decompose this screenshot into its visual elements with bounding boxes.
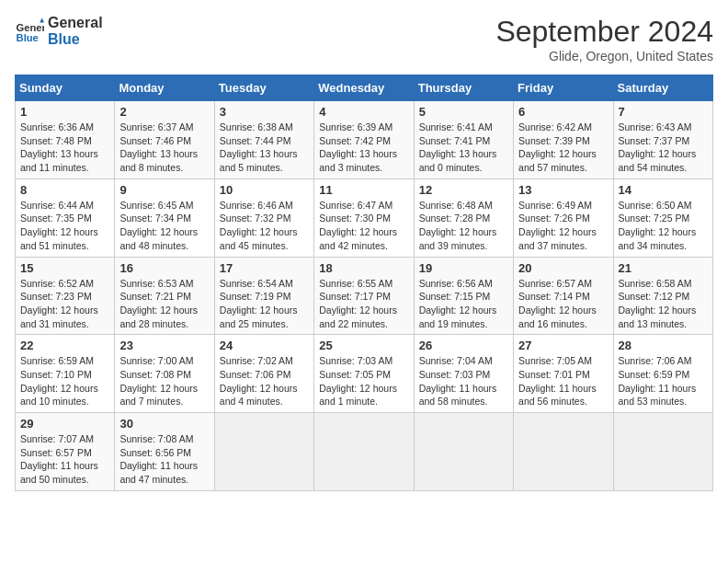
week-row: 8Sunrise: 6:44 AMSunset: 7:35 PMDaylight… (16, 178, 713, 257)
day-number: 27 (518, 339, 608, 352)
calendar-cell: 22Sunrise: 6:59 AMSunset: 7:10 PMDayligh… (16, 335, 115, 413)
logo-icon: General Blue (15, 17, 44, 46)
calendar-cell (613, 413, 712, 491)
day-number: 6 (518, 105, 608, 119)
calendar-cell: 11Sunrise: 6:47 AMSunset: 7:30 PMDayligh… (314, 178, 414, 257)
day-info: Sunrise: 6:48 AMSunset: 7:28 PMDaylight:… (419, 199, 508, 253)
day-info: Sunrise: 7:03 AMSunset: 7:05 PMDaylight:… (319, 354, 408, 408)
logo-general: General (48, 15, 103, 31)
day-info: Sunrise: 6:45 AMSunset: 7:34 PMDaylight:… (119, 199, 209, 253)
day-info: Sunrise: 7:08 AMSunset: 6:56 PMDaylight:… (119, 432, 209, 487)
day-info: Sunrise: 6:53 AMSunset: 7:21 PMDaylight:… (119, 277, 209, 331)
week-row: 1Sunrise: 6:36 AMSunset: 7:48 PMDaylight… (16, 101, 713, 179)
day-number: 11 (319, 183, 408, 197)
header-wednesday: Wednesday (314, 75, 414, 101)
day-number: 26 (419, 339, 508, 352)
calendar-cell: 13Sunrise: 6:49 AMSunset: 7:26 PMDayligh… (514, 178, 613, 257)
calendar-cell: 28Sunrise: 7:06 AMSunset: 6:59 PMDayligh… (613, 335, 712, 413)
day-number: 8 (20, 183, 109, 197)
day-number: 2 (119, 105, 209, 119)
day-info: Sunrise: 6:49 AMSunset: 7:26 PMDaylight:… (518, 199, 608, 253)
day-number: 9 (119, 183, 209, 197)
location: Glide, Oregon, United States (495, 49, 713, 63)
calendar-cell: 3Sunrise: 6:38 AMSunset: 7:44 PMDaylight… (214, 101, 313, 179)
day-number: 7 (619, 105, 708, 119)
day-info: Sunrise: 6:52 AMSunset: 7:23 PMDaylight:… (20, 277, 109, 331)
day-info: Sunrise: 7:05 AMSunset: 7:01 PMDaylight:… (518, 354, 608, 408)
day-number: 20 (518, 261, 608, 275)
header-tuesday: Tuesday (214, 75, 313, 101)
day-number: 28 (619, 339, 708, 352)
day-info: Sunrise: 7:02 AMSunset: 7:06 PMDaylight:… (220, 354, 309, 408)
header-thursday: Thursday (414, 75, 513, 101)
calendar-cell: 24Sunrise: 7:02 AMSunset: 7:06 PMDayligh… (214, 335, 313, 413)
day-number: 29 (20, 417, 109, 431)
day-number: 15 (20, 261, 109, 275)
calendar-cell: 17Sunrise: 6:54 AMSunset: 7:19 PMDayligh… (214, 257, 313, 335)
day-info: Sunrise: 6:55 AMSunset: 7:17 PMDaylight:… (319, 277, 408, 331)
calendar-cell: 21Sunrise: 6:58 AMSunset: 7:12 PMDayligh… (613, 257, 712, 335)
calendar-cell: 5Sunrise: 6:41 AMSunset: 7:41 PMDaylight… (414, 101, 513, 179)
svg-text:General: General (17, 22, 44, 33)
day-info: Sunrise: 6:46 AMSunset: 7:32 PMDaylight:… (220, 199, 309, 253)
logo-blue: Blue (48, 31, 103, 48)
calendar-cell: 6Sunrise: 6:42 AMSunset: 7:39 PMDaylight… (514, 101, 613, 179)
calendar-cell: 23Sunrise: 7:00 AMSunset: 7:08 PMDayligh… (115, 335, 214, 413)
day-info: Sunrise: 6:58 AMSunset: 7:12 PMDaylight:… (619, 277, 708, 331)
day-info: Sunrise: 6:36 AMSunset: 7:48 PMDaylight:… (20, 121, 109, 175)
calendar-cell: 4Sunrise: 6:39 AMSunset: 7:42 PMDaylight… (314, 101, 414, 179)
calendar-cell (414, 413, 513, 491)
day-number: 21 (619, 261, 708, 275)
day-info: Sunrise: 6:37 AMSunset: 7:46 PMDaylight:… (119, 121, 209, 175)
day-number: 17 (220, 261, 309, 275)
page-header: General Blue General Blue September 2024… (15, 15, 713, 63)
calendar-cell: 15Sunrise: 6:52 AMSunset: 7:23 PMDayligh… (16, 257, 115, 335)
month-title: September 2024 (495, 15, 713, 49)
logo: General Blue General Blue (15, 15, 103, 48)
day-number: 23 (119, 339, 209, 352)
day-info: Sunrise: 6:47 AMSunset: 7:30 PMDaylight:… (319, 199, 408, 253)
day-number: 25 (319, 339, 408, 352)
calendar-cell: 25Sunrise: 7:03 AMSunset: 7:05 PMDayligh… (314, 335, 414, 413)
header-monday: Monday (115, 75, 214, 101)
calendar-cell (514, 413, 613, 491)
day-number: 22 (20, 339, 109, 352)
day-info: Sunrise: 6:54 AMSunset: 7:19 PMDaylight:… (220, 277, 309, 331)
week-row: 29Sunrise: 7:07 AMSunset: 6:57 PMDayligh… (16, 413, 713, 491)
calendar-cell: 12Sunrise: 6:48 AMSunset: 7:28 PMDayligh… (414, 178, 513, 257)
day-info: Sunrise: 7:06 AMSunset: 6:59 PMDaylight:… (619, 354, 708, 408)
calendar-cell: 8Sunrise: 6:44 AMSunset: 7:35 PMDaylight… (16, 178, 115, 257)
day-info: Sunrise: 6:43 AMSunset: 7:37 PMDaylight:… (619, 121, 708, 175)
calendar-cell: 2Sunrise: 6:37 AMSunset: 7:46 PMDaylight… (115, 101, 214, 179)
day-info: Sunrise: 6:39 AMSunset: 7:42 PMDaylight:… (319, 121, 408, 175)
calendar-cell: 7Sunrise: 6:43 AMSunset: 7:37 PMDaylight… (613, 101, 712, 179)
day-info: Sunrise: 6:59 AMSunset: 7:10 PMDaylight:… (20, 354, 109, 408)
day-info: Sunrise: 6:56 AMSunset: 7:15 PMDaylight:… (419, 277, 508, 331)
calendar-cell: 9Sunrise: 6:45 AMSunset: 7:34 PMDaylight… (115, 178, 214, 257)
header-sunday: Sunday (16, 75, 115, 101)
week-row: 15Sunrise: 6:52 AMSunset: 7:23 PMDayligh… (16, 257, 713, 335)
day-info: Sunrise: 7:00 AMSunset: 7:08 PMDaylight:… (119, 354, 209, 408)
svg-text:Blue: Blue (17, 32, 39, 43)
svg-marker-2 (40, 18, 44, 23)
calendar-cell: 26Sunrise: 7:04 AMSunset: 7:03 PMDayligh… (414, 335, 513, 413)
header-row: SundayMondayTuesdayWednesdayThursdayFrid… (16, 75, 713, 101)
day-number: 3 (220, 105, 309, 119)
calendar-cell: 29Sunrise: 7:07 AMSunset: 6:57 PMDayligh… (16, 413, 115, 491)
header-saturday: Saturday (613, 75, 712, 101)
calendar-cell: 14Sunrise: 6:50 AMSunset: 7:25 PMDayligh… (613, 178, 712, 257)
day-number: 12 (419, 183, 508, 197)
day-number: 19 (419, 261, 508, 275)
day-info: Sunrise: 7:04 AMSunset: 7:03 PMDaylight:… (419, 354, 508, 408)
day-info: Sunrise: 6:57 AMSunset: 7:14 PMDaylight:… (518, 277, 608, 331)
calendar-cell: 27Sunrise: 7:05 AMSunset: 7:01 PMDayligh… (514, 335, 613, 413)
day-number: 14 (619, 183, 708, 197)
calendar-cell (214, 413, 313, 491)
day-number: 24 (220, 339, 309, 352)
day-number: 13 (518, 183, 608, 197)
calendar-cell: 20Sunrise: 6:57 AMSunset: 7:14 PMDayligh… (514, 257, 613, 335)
title-block: September 2024 Glide, Oregon, United Sta… (495, 15, 713, 63)
day-number: 5 (419, 105, 508, 119)
calendar-cell: 10Sunrise: 6:46 AMSunset: 7:32 PMDayligh… (214, 178, 313, 257)
day-info: Sunrise: 6:42 AMSunset: 7:39 PMDaylight:… (518, 121, 608, 175)
